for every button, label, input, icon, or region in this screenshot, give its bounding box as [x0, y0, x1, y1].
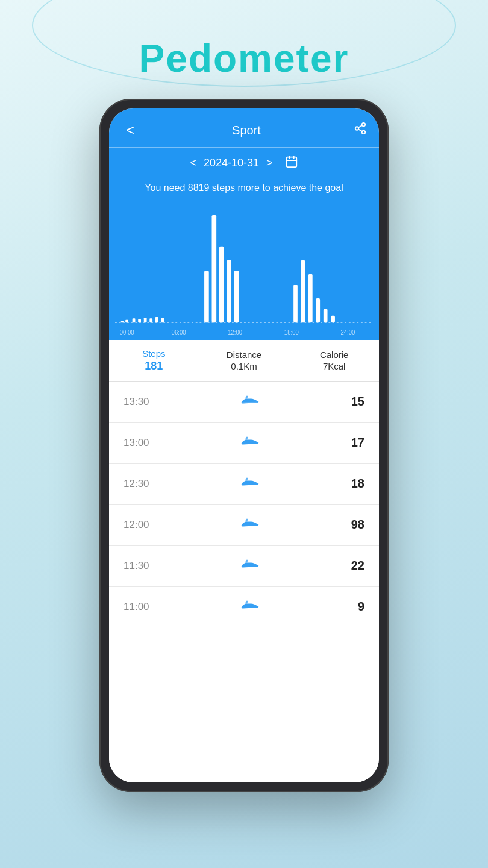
screen-header: < Sport < 2024-10-31 > — [109, 108, 379, 340]
phone-screen: < Sport < 2024-10-31 > — [109, 108, 379, 782]
svg-rect-23 — [293, 285, 298, 322]
distance-stat: Distance 0.1Km — [199, 341, 289, 380]
svg-rect-25 — [308, 274, 313, 323]
share-button[interactable] — [354, 122, 367, 139]
steps-label: Steps — [142, 348, 165, 359]
svg-rect-14 — [144, 318, 147, 322]
svg-rect-19 — [212, 215, 217, 322]
shoe-icon — [240, 515, 260, 534]
activity-row: 13:30 15 — [109, 382, 379, 423]
shoe-icon — [240, 597, 260, 616]
svg-rect-16 — [155, 317, 158, 322]
activity-steps: 98 — [328, 518, 364, 532]
shoe-icon — [240, 392, 260, 411]
shoe-icon — [240, 433, 260, 452]
svg-rect-11 — [125, 320, 128, 323]
activity-time: 11:00 — [124, 601, 172, 613]
activity-icon-cell — [172, 597, 328, 616]
svg-rect-5 — [286, 157, 296, 168]
activity-row: 12:00 98 — [109, 505, 379, 546]
activity-time: 11:30 — [124, 560, 172, 572]
activity-icon-cell — [172, 474, 328, 493]
activity-time: 12:00 — [124, 519, 172, 531]
svg-rect-17 — [161, 318, 164, 322]
steps-chart: 00:00 06:00 12:00 18:00 24:00 — [115, 201, 373, 340]
svg-text:24:00: 24:00 — [341, 328, 355, 336]
shoe-icon — [240, 474, 260, 493]
calorie-stat: Calorie 7Kcal — [289, 341, 379, 380]
svg-text:06:00: 06:00 — [172, 328, 186, 336]
svg-line-4 — [358, 125, 362, 128]
activity-icon-cell — [172, 433, 328, 452]
activity-row: 11:00 9 — [109, 587, 379, 627]
back-button[interactable]: < — [121, 119, 139, 141]
activity-icon-cell — [172, 515, 328, 534]
activity-time: 12:30 — [124, 478, 172, 490]
nav-bar: < Sport — [109, 108, 379, 147]
svg-rect-28 — [331, 316, 335, 323]
prev-date-button[interactable]: < — [190, 157, 196, 169]
date-row: < 2024-10-31 > — [109, 148, 379, 176]
svg-rect-18 — [204, 271, 209, 322]
page-title: Pedometer — [139, 36, 349, 81]
svg-rect-21 — [227, 260, 231, 323]
svg-rect-22 — [234, 271, 239, 322]
activity-list: 13:30 15 13:00 — [109, 382, 379, 782]
svg-rect-12 — [133, 318, 136, 322]
activity-steps: 17 — [328, 436, 364, 450]
calorie-label: Calorie — [320, 350, 349, 360]
steps-value: 181 — [145, 360, 163, 373]
svg-rect-27 — [324, 309, 328, 322]
activity-row: 12:30 18 — [109, 464, 379, 505]
activity-icon-cell — [172, 556, 328, 575]
distance-value: 0.1Km — [231, 361, 257, 371]
svg-rect-26 — [316, 298, 320, 322]
chart-area: 00:00 06:00 12:00 18:00 24:00 — [109, 201, 379, 340]
calorie-value: 7Kcal — [323, 361, 346, 371]
svg-line-3 — [358, 129, 362, 131]
svg-rect-15 — [149, 318, 152, 322]
distance-label: Distance — [227, 350, 261, 360]
screen-title: Sport — [232, 124, 261, 137]
activity-time: 13:00 — [124, 437, 172, 449]
activity-steps: 18 — [328, 477, 364, 491]
shoe-icon — [240, 556, 260, 575]
activity-row: 11:30 22 — [109, 546, 379, 587]
svg-rect-13 — [138, 319, 141, 323]
goal-message: You need 8819 steps more to achieve the … — [109, 176, 379, 201]
calendar-icon[interactable] — [285, 155, 298, 171]
svg-rect-10 — [121, 321, 124, 322]
activity-icon-cell — [172, 392, 328, 411]
svg-rect-24 — [301, 260, 305, 323]
date-display: 2024-10-31 — [204, 157, 259, 169]
activity-steps: 15 — [328, 395, 364, 409]
next-date-button[interactable]: > — [266, 157, 273, 169]
activity-steps: 22 — [328, 559, 364, 573]
activity-row: 13:00 17 — [109, 423, 379, 464]
phone-frame: < Sport < 2024-10-31 > — [99, 99, 389, 792]
activity-time: 13:30 — [124, 396, 172, 408]
stats-row: Steps 181 Distance 0.1Km Calorie 7Kcal — [109, 340, 379, 382]
activity-steps: 9 — [328, 600, 364, 614]
svg-text:12:00: 12:00 — [228, 328, 242, 336]
svg-rect-20 — [219, 247, 224, 323]
svg-text:00:00: 00:00 — [120, 328, 134, 336]
svg-text:18:00: 18:00 — [284, 328, 299, 336]
steps-stat: Steps 181 — [109, 340, 199, 381]
